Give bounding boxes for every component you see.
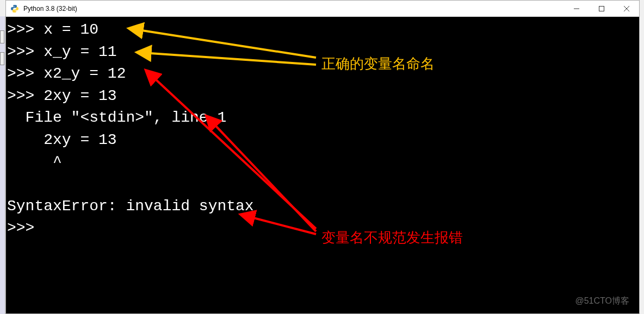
- minimize-button[interactable]: [564, 1, 589, 16]
- window-title: Python 3.8 (32-bit): [23, 5, 564, 12]
- python-icon: [10, 4, 19, 13]
- terminal-line: >>> 2xy = 13: [7, 85, 638, 108]
- terminal-line: >>> x = 10: [7, 19, 638, 41]
- svg-rect-1: [599, 6, 604, 11]
- close-button[interactable]: [614, 1, 639, 16]
- terminal-area[interactable]: >>> x = 10 >>> x_y = 11 >>> x2_y = 12 >>…: [6, 17, 639, 313]
- window-controls: [564, 1, 639, 16]
- left-gutter-box: [0, 30, 4, 43]
- terminal-line: SyntaxError: invalid syntax: [7, 196, 638, 218]
- titlebar: Python 3.8 (32-bit): [6, 1, 639, 17]
- terminal-line: ^: [7, 152, 638, 174]
- left-gutter-box: [0, 52, 4, 65]
- app-window: Python 3.8 (32-bit) >>> x = 10 >>> x_y =…: [5, 0, 640, 314]
- annotation-correct-naming: 正确的变量名命名: [321, 54, 435, 74]
- terminal-line: [7, 173, 638, 196]
- annotation-error-naming: 变量名不规范发生报错: [321, 228, 463, 248]
- maximize-button[interactable]: [589, 1, 614, 16]
- watermark: @51CTO博客: [575, 294, 629, 307]
- terminal-line: File "<stdin>", line 1: [7, 107, 638, 129]
- terminal-line: 2xy = 13: [7, 129, 638, 152]
